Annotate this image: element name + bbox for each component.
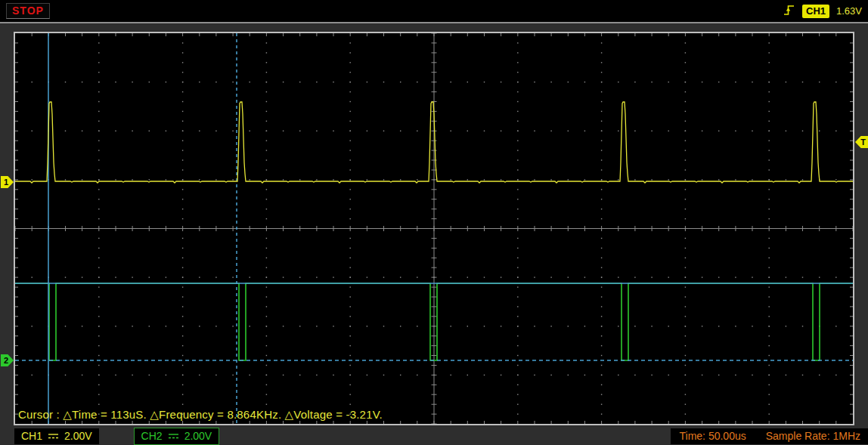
ch2-dc-coupling-icon: [168, 432, 179, 440]
top-status-bar: STOP CH1 1.63V: [0, 0, 868, 22]
trigger-level-marker[interactable]: T: [855, 136, 868, 148]
trigger-source-badge[interactable]: CH1: [802, 5, 829, 18]
ch2-volts-per-div: 2.00V: [184, 430, 212, 442]
scope-main-area: Cursor : △Time = 113uS. △Frequency = 8.8…: [0, 22, 868, 427]
trigger-level-value: 1.63V: [836, 5, 862, 17]
sample-rate-value: Sample Rate: 1MHz: [766, 430, 860, 442]
ch2-position-marker[interactable]: 2: [1, 354, 14, 366]
ch1-position-marker[interactable]: 1: [1, 176, 14, 188]
ch1-volts-per-div: 2.00V: [64, 430, 92, 442]
cursor-measurement-readout: Cursor : △Time = 113uS. △Frequency = 8.8…: [18, 408, 383, 422]
run-stop-button[interactable]: STOP: [6, 3, 50, 19]
trigger-status: CH1 1.63V: [783, 3, 862, 20]
ch1-dc-coupling-icon: [48, 432, 59, 440]
ch2-label: CH2: [141, 430, 163, 442]
bottom-status-bar: CH1 2.00V CH2 2.00V Time: 50.00us Sample…: [0, 427, 868, 445]
rising-edge-trigger-icon: [783, 3, 795, 20]
ch2-settings-box[interactable]: CH2 2.00V: [134, 428, 220, 445]
ch1-settings-box[interactable]: CH1 2.00V: [14, 428, 99, 444]
graticule: [15, 33, 853, 424]
scope-canvas: [15, 33, 853, 424]
timebase-value: Time: 50.00us: [680, 430, 746, 442]
scope-display: Cursor : △Time = 113uS. △Frequency = 8.8…: [14, 32, 854, 425]
timebase-status-box: Time: 50.00us Sample Rate: 1MHz: [671, 428, 868, 444]
ch1-label: CH1: [21, 430, 42, 442]
